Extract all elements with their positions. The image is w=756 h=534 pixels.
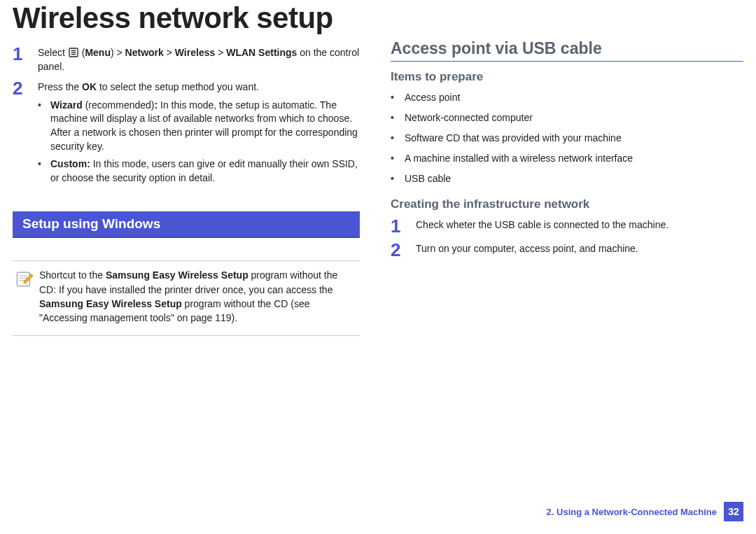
ok-key: OK	[82, 81, 97, 92]
list-item: Software CD that was provided with your …	[391, 132, 743, 145]
left-column: 1 Select (Menu) > Network > Wireless > W…	[13, 39, 378, 336]
pencil-note-icon	[15, 268, 39, 325]
text: Network-connected computer	[405, 111, 533, 125]
text: to select the setup method you want.	[97, 81, 259, 92]
sep: >	[167, 47, 175, 58]
subsection-heading: Access point via USB cable	[391, 39, 743, 62]
colon: :	[154, 99, 160, 111]
items-list: Access point Network-connected computer …	[391, 91, 743, 185]
section-heading-bar: Setup using Windows	[13, 211, 360, 238]
step-1: 1 Select (Menu) > Network > Wireless > W…	[13, 43, 360, 73]
text: In this mode, users can give or edit man…	[50, 158, 358, 183]
text: (recommended)	[83, 99, 155, 111]
sep: >	[117, 47, 125, 58]
step-body: Select (Menu) > Network > Wireless > WLA…	[38, 43, 360, 73]
path-wlan: WLAN Settings	[226, 47, 297, 58]
step-body: Press the OK to select the setup method …	[38, 78, 360, 189]
path-wireless: Wireless	[175, 47, 215, 58]
menu-label: Menu	[85, 47, 111, 58]
note-text: Shortcut to the Samsung Easy Wireless Se…	[39, 268, 357, 325]
list-item: USB cable	[391, 172, 743, 185]
step-number: 2	[13, 78, 38, 189]
bullet-item: Wizard (recommended): In this mode, the …	[38, 99, 360, 153]
path-network: Network	[125, 47, 164, 58]
list-item: A machine installed with a wireless netw…	[391, 152, 743, 165]
text: A machine installed with a wireless netw…	[405, 152, 633, 165]
bullet-head: Custom	[50, 158, 87, 169]
page-number: 32	[724, 502, 743, 521]
text: Software CD that was provided with your …	[405, 132, 622, 145]
list-item: Network-connected computer	[391, 111, 743, 125]
infra-step-1: 1 Check wheter the USB cable is connecte…	[391, 216, 743, 235]
step-number: 1	[13, 43, 38, 73]
text: Shortcut to the	[39, 269, 106, 281]
sep: >	[218, 47, 226, 58]
infra-heading: Creating the infrastructure network	[391, 197, 743, 211]
colon: :	[87, 158, 93, 169]
content-columns: 1 Select (Menu) > Network > Wireless > W…	[0, 39, 756, 336]
page-title: Wireless network setup	[0, 0, 756, 39]
text: Select	[38, 47, 68, 58]
program-name: Samsung Easy Wireless Setup	[106, 269, 248, 281]
text: Access point	[405, 91, 460, 104]
step-2: 2 Press the OK to select the setup metho…	[13, 78, 360, 189]
items-heading: Items to prepare	[391, 70, 743, 84]
text: Press the	[38, 81, 82, 92]
text: USB cable	[405, 172, 451, 185]
program-name: Samsung Easy Wireless Setup	[39, 298, 182, 309]
right-column: Access point via USB cable Items to prep…	[378, 39, 743, 336]
step-number: 1	[391, 216, 416, 235]
footer-chapter: 2. Using a Network-Connected Machine	[547, 507, 724, 517]
step-body: Check wheter the USB cable is connected …	[416, 216, 743, 235]
bullet-head: Wizard	[50, 99, 83, 111]
list-item: Access point	[391, 91, 743, 104]
section-bar-wrap: Setup using Windows	[13, 207, 360, 258]
note-box: Shortcut to the Samsung Easy Wireless Se…	[13, 260, 360, 335]
step-body: Turn on your computer, access point, and…	[416, 239, 743, 259]
menu-icon	[68, 47, 82, 58]
infra-step-2: 2 Turn on your computer, access point, a…	[391, 239, 743, 259]
bullet-item: Custom: In this mode, users can give or …	[38, 157, 360, 185]
footer: 2. Using a Network-Connected Machine 32	[547, 502, 743, 521]
step-number: 2	[391, 239, 416, 259]
bullet-list: Wizard (recommended): In this mode, the …	[38, 99, 360, 185]
text: )	[111, 47, 114, 58]
